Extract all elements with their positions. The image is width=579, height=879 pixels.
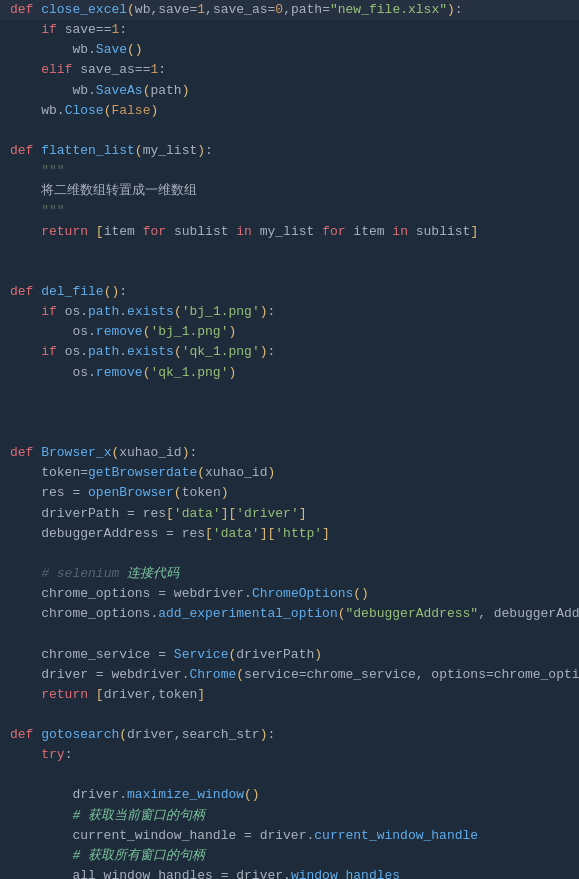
code-line: """	[0, 201, 579, 221]
code-line: if os.path.exists('bj_1.png'):	[0, 302, 579, 322]
code-line	[0, 544, 579, 564]
code-line: res = openBrowser(token)	[0, 483, 579, 503]
code-line	[0, 383, 579, 403]
code-line	[0, 705, 579, 725]
code-line: return [item for sublist in my_list for …	[0, 222, 579, 242]
code-line: chrome_service = Service(driverPath)	[0, 645, 579, 665]
code-line: current_window_handle = driver.current_w…	[0, 826, 579, 846]
code-line	[0, 121, 579, 141]
code-line: if save==1:	[0, 20, 579, 40]
code-line: # 获取当前窗口的句柄	[0, 806, 579, 826]
code-line: def Browser_x(xuhao_id):	[0, 443, 579, 463]
code-line: driverPath = res['data']['driver']	[0, 504, 579, 524]
code-line	[0, 242, 579, 262]
code-line: try:	[0, 745, 579, 765]
code-line	[0, 765, 579, 785]
code-line: wb.Close(False)	[0, 101, 579, 121]
code-line: os.remove('qk_1.png')	[0, 363, 579, 383]
code-line: def close_excel(wb,save=1,save_as=0,path…	[0, 0, 579, 20]
code-line: # 获取所有窗口的句柄	[0, 846, 579, 866]
code-line: wb.SaveAs(path)	[0, 81, 579, 101]
code-line	[0, 403, 579, 423]
code-line: driver.maximize_window()	[0, 785, 579, 805]
code-line: token=getBrowserdate(xuhao_id)	[0, 463, 579, 483]
code-line: def gotosearch(driver,search_str):	[0, 725, 579, 745]
code-line: # selenium 连接代码	[0, 564, 579, 584]
code-line	[0, 423, 579, 443]
code-line: driver = webdriver.Chrome(service=chrome…	[0, 665, 579, 685]
code-line: all_window_handles = driver.window_handl…	[0, 866, 579, 879]
code-line	[0, 624, 579, 644]
code-line	[0, 262, 579, 282]
code-editor: def close_excel(wb,save=1,save_as=0,path…	[0, 0, 579, 879]
code-line: if os.path.exists('qk_1.png'):	[0, 342, 579, 362]
code-line: return [driver,token]	[0, 685, 579, 705]
code-line: chrome_options.add_experimental_option("…	[0, 604, 579, 624]
code-line: def del_file():	[0, 282, 579, 302]
code-line: os.remove('bj_1.png')	[0, 322, 579, 342]
code-line: elif save_as==1:	[0, 60, 579, 80]
code-line: def flatten_list(my_list):	[0, 141, 579, 161]
code-line: 将二维数组转置成一维数组	[0, 181, 579, 201]
code-line: chrome_options = webdriver.ChromeOptions…	[0, 584, 579, 604]
code-line: """	[0, 161, 579, 181]
code-line: wb.Save()	[0, 40, 579, 60]
code-line: debuggerAddress = res['data']['http']	[0, 524, 579, 544]
